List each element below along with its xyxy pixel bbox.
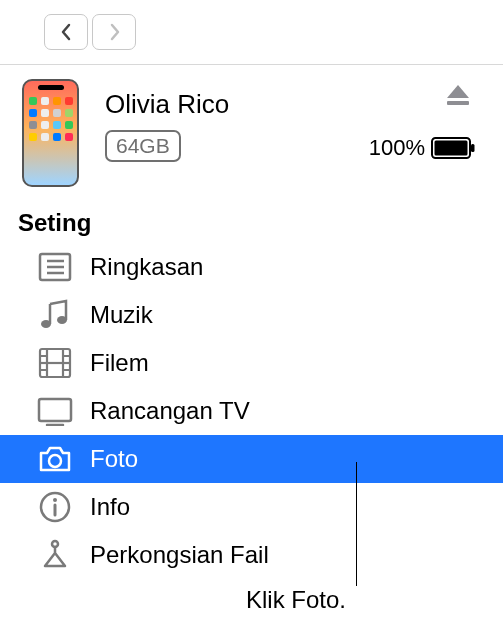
svg-rect-3	[471, 144, 475, 152]
svg-point-22	[53, 498, 57, 502]
device-info: Olivia Rico 64GB	[105, 79, 229, 162]
callout-line	[356, 462, 357, 586]
device-thumbnail	[22, 79, 79, 187]
nav-bar	[0, 0, 503, 64]
battery-status: 100%	[369, 135, 475, 161]
summary-icon	[36, 248, 74, 286]
film-icon	[36, 344, 74, 382]
apps-icon	[36, 536, 74, 574]
eject-icon	[445, 83, 471, 107]
sidebar-item-info[interactable]: Info	[0, 483, 503, 531]
svg-rect-18	[39, 399, 71, 421]
svg-point-20	[49, 455, 61, 467]
svg-rect-2	[435, 141, 468, 156]
back-button[interactable]	[44, 14, 88, 50]
svg-point-8	[41, 320, 51, 328]
sidebar-item-label: Ringkasan	[90, 253, 203, 281]
svg-point-9	[57, 316, 67, 324]
eject-button[interactable]	[441, 79, 475, 115]
chevron-right-icon	[108, 23, 121, 41]
svg-rect-0	[447, 101, 469, 105]
sidebar-item-label: Filem	[90, 349, 149, 377]
sidebar-item-photos[interactable]: Foto	[0, 435, 503, 483]
sidebar-item-music[interactable]: Muzik	[0, 291, 503, 339]
tv-icon	[36, 392, 74, 430]
forward-button[interactable]	[92, 14, 136, 50]
device-header: Olivia Rico 64GB 100%	[0, 65, 503, 205]
device-name: Olivia Rico	[105, 89, 229, 120]
battery-icon	[431, 137, 475, 159]
sidebar-item-filesharing[interactable]: Perkongsian Fail	[0, 531, 503, 579]
sidebar-item-movies[interactable]: Filem	[0, 339, 503, 387]
callout-text: Klik Foto.	[246, 586, 346, 614]
section-title: Seting	[0, 205, 503, 243]
chevron-left-icon	[60, 23, 73, 41]
sidebar-item-summary[interactable]: Ringkasan	[0, 243, 503, 291]
sidebar-list: Ringkasan Muzik Filem Rancangan TV Foto …	[0, 243, 503, 579]
camera-icon	[36, 440, 74, 478]
sidebar-item-label: Foto	[90, 445, 138, 473]
sidebar-item-label: Muzik	[90, 301, 153, 329]
sidebar-item-label: Perkongsian Fail	[90, 541, 269, 569]
battery-percent: 100%	[369, 135, 425, 161]
sidebar-item-label: Info	[90, 493, 130, 521]
music-icon	[36, 296, 74, 334]
info-icon	[36, 488, 74, 526]
storage-badge: 64GB	[105, 130, 181, 162]
sidebar-item-label: Rancangan TV	[90, 397, 250, 425]
sidebar-item-tv[interactable]: Rancangan TV	[0, 387, 503, 435]
